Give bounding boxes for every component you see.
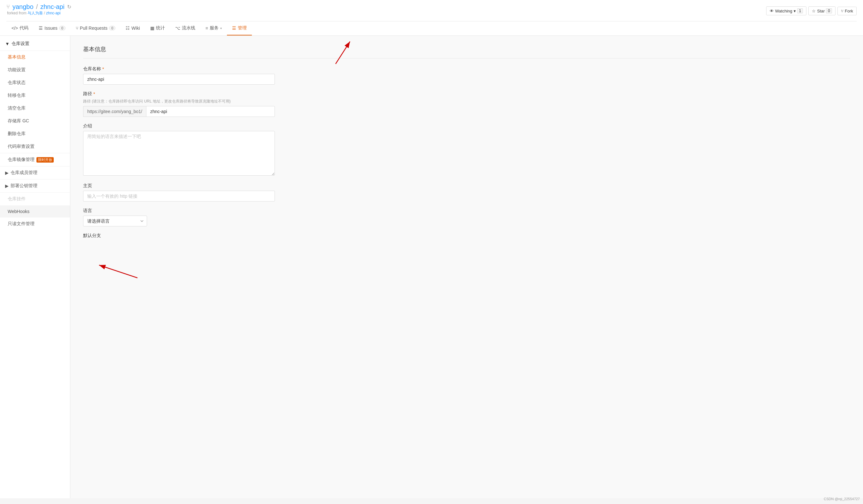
tab-stats[interactable]: ▦ 统计 xyxy=(145,22,170,36)
watermark: CSDN @rqi_22554727 xyxy=(824,497,860,498)
services-dropdown-icon: ▾ xyxy=(220,26,222,30)
fork-info: forked from 与人为善 / zhnc-api xyxy=(7,11,71,18)
repo-name-input[interactable] xyxy=(83,74,275,85)
tab-wiki[interactable]: ☷ Wiki xyxy=(121,22,145,35)
issues-badge: 0 xyxy=(59,26,65,30)
form-label-default-branch: 默认分支 xyxy=(83,233,850,238)
sidebar-disabled-repo-hooks: 仓库挂件 xyxy=(0,192,70,205)
tab-pipeline[interactable]: ⌥ 流水线 xyxy=(170,22,200,36)
form-label-language: 语言 xyxy=(83,208,850,214)
main-content: ▼ 仓库设置 基本信息 功能设置 仓库状态 转移仓库 清空仓库 存储库 GC 删… xyxy=(0,36,863,498)
eye-icon: 👁 xyxy=(770,9,774,13)
pr-icon: ⑂ xyxy=(76,26,78,31)
sidebar-group-deploy-keys: ▶ 部署公钥管理 xyxy=(0,179,70,192)
code-icon: </> xyxy=(12,26,18,31)
sidebar-item-transfer-repo[interactable]: 转移仓库 xyxy=(0,89,70,102)
form-label-homepage: 主页 xyxy=(83,183,850,189)
form-group-intro: 介绍 xyxy=(83,123,850,177)
pipeline-icon: ⌥ xyxy=(175,26,180,31)
sidebar-section-arrow: ▼ xyxy=(5,41,10,46)
sidebar-item-code-review[interactable]: 代码审查设置 xyxy=(0,140,70,153)
repo-title: ⑂ yangbo / zhnc-api ↻ xyxy=(7,3,71,11)
sidebar-item-readonly-files[interactable]: 只读文件管理 xyxy=(0,218,70,230)
repo-fork-icon: ⑂ xyxy=(7,3,10,10)
sidebar-item-repo-status[interactable]: 仓库状态 xyxy=(0,76,70,89)
deploy-keys-arrow: ▶ xyxy=(5,183,9,189)
sidebar-item-repo-hooks: 仓库挂件 xyxy=(0,193,70,205)
section-title: 基本信息 xyxy=(83,46,850,59)
path-input[interactable] xyxy=(146,106,275,117)
path-input-group: https://gitee.com/yang_bo1/ xyxy=(83,106,275,117)
repo-owner-link[interactable]: yangbo xyxy=(12,3,34,11)
watching-button[interactable]: 👁 Watching ▾ 1 xyxy=(766,7,806,15)
sidebar-item-storage-gc[interactable]: 存储库 GC xyxy=(0,115,70,127)
form-label-repo-name: 仓库名称 * xyxy=(83,66,850,72)
sidebar-section-title: ▼ 仓库设置 xyxy=(0,36,70,51)
refresh-icon[interactable]: ↻ xyxy=(67,4,71,10)
sidebar-mirror-management[interactable]: 仓库镜像管理 限时开放 xyxy=(0,153,70,166)
nav-tabs: </> 代码 ☰ Issues 0 ⑂ Pull Requests 0 ☷ Wi… xyxy=(7,21,856,36)
sidebar-item-feature-settings[interactable]: 功能设置 xyxy=(0,64,70,76)
tab-services[interactable]: ⌗ 服务 ▾ xyxy=(200,22,227,36)
star-count: 0 xyxy=(826,8,832,13)
content-area: 基本信息 仓库名称 * 路径 * 路径 (请注意：仓库路径即仓库访问 URL 地… xyxy=(70,36,863,498)
sidebar-group-deploy-keys-title[interactable]: ▶ 部署公钥管理 xyxy=(0,180,70,192)
tab-issues[interactable]: ☰ Issues 0 xyxy=(34,22,71,35)
sidebar-group-member-manage: ▶ 仓库成员管理 xyxy=(0,166,70,179)
stats-icon: ▦ xyxy=(150,26,154,31)
sidebar-item-webhooks[interactable]: WebHooks xyxy=(0,205,70,218)
wiki-icon: ☷ xyxy=(126,26,130,31)
header-actions: 👁 Watching ▾ 1 ☆ Star 0 ⑂ Fork xyxy=(766,7,856,15)
sidebar-item-delete-repo[interactable]: 删除仓库 xyxy=(0,127,70,140)
tab-code[interactable]: </> 代码 xyxy=(7,22,34,36)
tab-manage[interactable]: ☰ 管理 xyxy=(227,22,252,36)
required-indicator: * xyxy=(102,66,104,72)
form-group-default-branch: 默认分支 xyxy=(83,233,850,238)
path-required-indicator: * xyxy=(93,91,95,96)
pr-badge: 0 xyxy=(109,26,115,30)
path-prefix: https://gitee.com/yang_bo1/ xyxy=(83,106,146,117)
form-group-homepage: 主页 xyxy=(83,183,850,202)
issues-icon: ☰ xyxy=(39,26,43,31)
language-select[interactable]: 请选择语言 xyxy=(83,216,147,227)
mirror-management-badge: 限时开放 xyxy=(36,157,54,163)
form-hint-path: 路径 (请注意：仓库路径即仓库访问 URL 地址，更改仓库路径将导致原克隆地址不… xyxy=(83,99,850,104)
sidebar-item-basic-info[interactable]: 基本信息 xyxy=(0,51,70,64)
fork-owner-link[interactable]: 与人为善 xyxy=(27,11,43,15)
fork-icon: ⑂ xyxy=(841,9,843,13)
form-group-path: 路径 * 路径 (请注意：仓库路径即仓库访问 URL 地址，更改仓库路径将导致原… xyxy=(83,91,850,117)
form-group-repo-name: 仓库名称 * xyxy=(83,66,850,85)
sidebar-group-member-manage-title[interactable]: ▶ 仓库成员管理 xyxy=(0,166,70,179)
star-button[interactable]: ☆ Star 0 xyxy=(808,7,836,15)
form-group-language: 语言 请选择语言 xyxy=(83,208,850,227)
watching-count: 1 xyxy=(797,8,803,13)
form-label-intro: 介绍 xyxy=(83,123,850,129)
repo-name-link[interactable]: zhnc-api xyxy=(40,3,65,11)
tab-pull-requests[interactable]: ⑂ Pull Requests 0 xyxy=(71,22,121,35)
manage-icon: ☰ xyxy=(232,26,236,31)
fork-button[interactable]: ⑂ Fork xyxy=(837,7,856,15)
intro-textarea[interactable] xyxy=(83,131,275,176)
sidebar-item-clear-repo[interactable]: 清空仓库 xyxy=(0,102,70,115)
form-label-path: 路径 * xyxy=(83,91,850,97)
watching-dropdown-icon: ▾ xyxy=(793,9,796,13)
sidebar: ▼ 仓库设置 基本信息 功能设置 仓库状态 转移仓库 清空仓库 存储库 GC 删… xyxy=(0,36,70,498)
services-icon: ⌗ xyxy=(205,26,208,31)
homepage-input[interactable] xyxy=(83,191,275,202)
fork-repo-link[interactable]: zhnc-api xyxy=(46,11,60,15)
repo-separator: / xyxy=(36,3,38,11)
star-icon: ☆ xyxy=(812,9,816,13)
member-manage-arrow: ▶ xyxy=(5,170,9,175)
